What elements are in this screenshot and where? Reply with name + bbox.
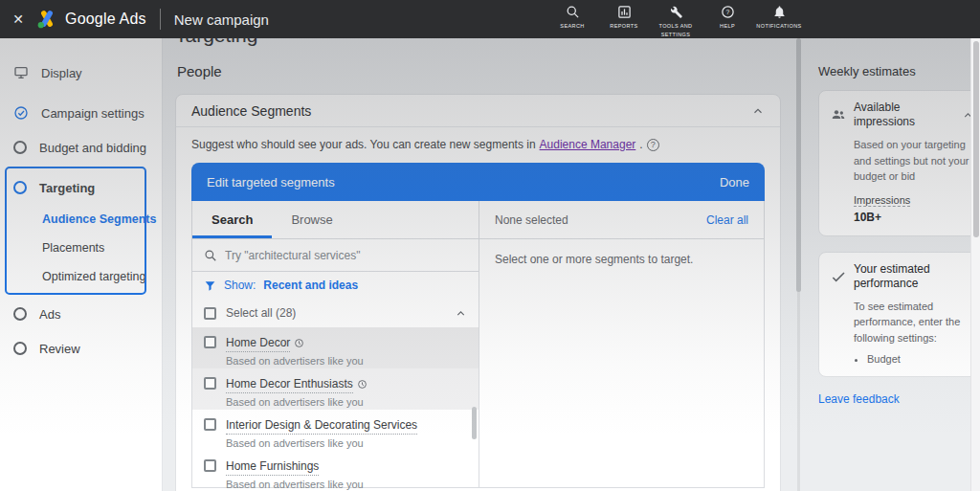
segments-tabs: Search Browse [192,201,479,239]
radio-icon [13,181,27,194]
segment-checkbox[interactable] [204,377,216,390]
suggest-text-row: Suggest who should see your ads. You can… [176,127,780,163]
section-label-people: People [177,63,222,79]
sidebar-item-campaign-settings[interactable]: Campaign settings [0,96,162,130]
segment-search-input[interactable] [225,249,467,262]
nav-search[interactable]: SEARCH [549,0,595,30]
segments-panel-body: Search Browse Show: Recen [191,201,765,488]
google-ads-logo-icon [36,9,57,30]
weekly-estimates-title: Weekly estimates [818,64,980,78]
leave-feedback-link[interactable]: Leave feedback [818,392,900,406]
campaign-title: New campaign [174,11,269,28]
nav-reports-label: REPORTS [610,22,637,30]
tab-search[interactable]: Search [192,201,272,238]
nav-notifications[interactable]: NOTIFICATIONS [756,0,802,30]
sidebar-item-audience-segments[interactable]: Audience Segments [0,205,162,234]
segment-desc: Based on advertisers like you [226,437,417,449]
segment-row[interactable]: Home Decor Enthusiasts Based on advertis… [192,368,479,410]
nav-help-label: HELP [720,22,735,30]
none-selected-label: None selected [495,213,568,227]
main-scrollbar-thumb[interactable] [796,38,801,292]
sidebar-item-targeting[interactable]: Targeting [0,170,162,205]
brand-name: Google Ads [65,11,146,28]
nav-search-label: SEARCH [560,22,584,30]
estimated-performance-card: Your estimated performance To see estima… [818,252,980,378]
suggest-text: Suggest who should see your ads. You can… [191,138,536,151]
segment-checkbox[interactable] [204,336,216,348]
card-title: Your estimated performance [854,262,974,291]
sidebar-item-label: Display [41,66,82,80]
segment-search-box [192,239,479,272]
segment-desc: Based on advertisers like you [226,396,368,408]
clock-icon [294,338,304,348]
edit-segments-banner: Edit targeted segments Done [191,163,765,201]
page-scrollbar-thumb[interactable] [973,41,979,237]
page-scrollbar-track[interactable] [970,38,980,491]
show-filter[interactable]: Show: Recent and ideas [192,272,479,299]
impressions-metric-label[interactable]: Impressions [854,194,910,207]
segment-row[interactable]: Home Decor Based on advertisers like you [192,327,479,368]
check-circle-icon [13,105,29,121]
performance-bullet-list: Budget [867,353,974,365]
display-icon [13,65,29,80]
sidebar-item-display[interactable]: Display [0,56,162,90]
segment-checkbox[interactable] [204,418,216,431]
segment-desc: Based on advertisers like you [226,355,364,367]
radio-icon [13,307,27,321]
close-icon[interactable]: ✕ [0,11,36,27]
performance-bullet: Budget [867,353,974,365]
nav-notifications-label: NOTIFICATIONS [756,22,801,30]
segment-list-scrollbar[interactable] [472,407,477,439]
done-button[interactable]: Done [720,175,749,190]
steps-sidebar: Display Campaign settings Budget and bid… [0,38,163,491]
suggest-suffix: . [639,138,642,151]
impressions-metric-value: 10B+ [854,211,974,224]
segment-checkbox[interactable] [204,459,216,472]
tab-browse[interactable]: Browse [272,201,351,238]
topbar-divider [160,9,161,30]
estimated-performance-header[interactable]: Your estimated performance [831,262,974,291]
main-content: Targeting People Audience Segments Sugge… [163,38,797,491]
bell-icon [772,5,787,19]
sidebar-item-optimized-targeting[interactable]: Optimized targeting [0,262,162,291]
nav-tools[interactable]: TOOLS AND SETTINGS [653,0,699,38]
sidebar-item-label: Ads [39,307,60,322]
segment-row[interactable]: Interior Design & Decorating Services Ba… [192,410,479,451]
select-all-row: Select all (28) [192,299,479,327]
search-icon [204,249,217,262]
filter-show-label: Show: [224,279,256,292]
weekly-estimates-panel: Weekly estimates Available impressions B… [809,38,980,491]
sidebar-targeting-group: Targeting Audience Segments Placements O… [0,170,162,291]
help-circle-icon[interactable]: ? [647,139,659,151]
nav-reports[interactable]: REPORTS [601,0,647,30]
filter-funnel-icon [204,279,216,292]
tools-icon [669,5,683,19]
help-icon: ? [721,5,735,19]
segments-search-column: Search Browse Show: Recen [192,201,479,487]
google-ads-brand[interactable]: Google Ads [36,9,146,30]
sidebar-item-label: Review [39,342,80,356]
clear-all-button[interactable]: Clear all [706,213,748,227]
impressions-body-text: Based on your targeting and settings but… [854,137,974,185]
nav-help[interactable]: ? HELP [704,0,750,30]
segment-name: Home Furnishings [226,458,319,476]
selected-header: None selected Clear all [479,201,764,239]
segment-name: Home Decor Enthusiasts [226,376,353,393]
sidebar-item-label: Campaign settings [41,106,145,121]
selected-segments-column: None selected Clear all Select one or mo… [479,201,764,487]
search-icon [566,5,580,19]
chevron-up-icon[interactable] [455,307,467,320]
segment-name: Home Decor [226,335,290,352]
sidebar-item-review[interactable]: Review [0,331,162,366]
sidebar-item-placements[interactable]: Placements [0,234,162,262]
segment-row[interactable]: Home Furnishings Based on advertisers li… [192,451,479,491]
audience-manager-link[interactable]: Audience Manager [540,138,636,151]
topbar-nav: SEARCH REPORTS TOOLS AND SETTINGS ? HELP… [549,0,802,38]
available-impressions-header[interactable]: Available impressions [831,100,974,129]
sidebar-item-budget-bidding[interactable]: Budget and bidding [0,130,162,165]
main-scrollbar-track[interactable] [797,38,800,491]
sidebar-item-ads[interactable]: Ads [0,297,162,331]
audience-segments-card-header[interactable]: Audience Segments [176,95,780,127]
audience-segments-card: Audience Segments Suggest who should see… [175,94,781,491]
select-all-checkbox[interactable] [204,307,216,320]
